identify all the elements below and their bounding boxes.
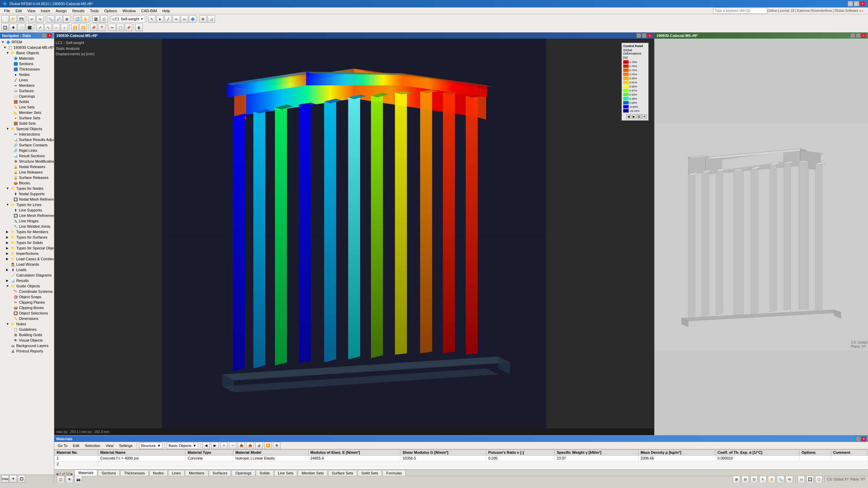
status-home-btn[interactable]: 🏠 — [57, 476, 64, 483]
go-expand[interactable]: ▼ — [6, 284, 9, 288]
nav-surface-results-adj[interactable]: 📊 Surface Results Adjustments — [1, 137, 53, 142]
color-panel-controls[interactable]: ◀ ▶ ⊞ ✕ — [623, 114, 647, 119]
status-cam-btn[interactable]: 📷 — [75, 476, 82, 483]
nav-surface-sets[interactable]: ▪ Surface Sets — [1, 115, 53, 121]
menu-tools[interactable]: Tools — [87, 8, 102, 14]
menu-assign[interactable]: Assign — [53, 8, 70, 14]
menu-cadbim[interactable]: CAD-BIM — [138, 8, 159, 14]
status-r10[interactable]: ⬡ — [815, 476, 823, 483]
menu-edit[interactable]: Edit — [13, 8, 25, 14]
rotate-button[interactable]: 🔄 — [74, 15, 81, 23]
tso-expand[interactable]: ▶ — [6, 241, 9, 244]
tab-line-sets[interactable]: Line Sets — [274, 470, 297, 476]
viewport-right-controls[interactable]: ─ □ ✕ — [850, 33, 866, 38]
tb2-btn7[interactable]: ↔ — [53, 24, 60, 31]
bp-import[interactable]: 📥 — [238, 442, 245, 449]
tb2-btn10[interactable]: 🔁 — [79, 24, 87, 31]
search-input[interactable] — [713, 8, 767, 14]
undo-button[interactable]: ↩ — [28, 15, 36, 23]
tb2-delete-button[interactable]: 🗑 — [135, 24, 143, 31]
viewport-left[interactable]: 190830-Cabezal-M5.rf6* ─ □ ✕ LC1 - Self-… — [54, 33, 654, 435]
nav-rigid-links[interactable]: 🔗 Rigid Links — [1, 148, 53, 153]
model-canvas[interactable]: CS: Global XY Plane: XY — [654, 39, 868, 435]
tl-expand[interactable]: ▼ — [6, 203, 9, 206]
minimize-button[interactable]: ─ — [848, 1, 853, 6]
viewport-left-content[interactable]: LC1 - Self-weight Static Analysis Displa… — [54, 39, 654, 428]
status-r8[interactable]: ▭ — [797, 476, 805, 483]
load-case-dropdown[interactable]: LC1 Self-weight ▼ — [111, 16, 145, 22]
tab-sections[interactable]: Sections — [98, 470, 120, 476]
menu-view[interactable]: View — [25, 8, 38, 14]
bp-nav-prev[interactable]: ◀ — [202, 442, 210, 449]
nav-members[interactable]: ═ Members — [1, 83, 53, 88]
notes-expand[interactable]: ▼ — [6, 322, 9, 326]
tb2-btn12[interactable]: 📍 — [98, 24, 105, 31]
file-expand-icon[interactable]: ▼ — [3, 46, 7, 49]
nav-data-btn[interactable]: Data — [1, 475, 9, 483]
tab-lines[interactable]: Lines — [168, 470, 184, 476]
nav-structure-mods[interactable]: ⚙ Structure Modifications — [1, 159, 53, 164]
render-button[interactable]: 🖼 — [92, 15, 100, 23]
nav-nodal-releases[interactable]: 🔓 Nodal Releases — [1, 164, 53, 169]
tsp-expand[interactable]: ▶ — [6, 246, 9, 250]
vp-left-min[interactable]: ─ — [636, 33, 641, 38]
zoom-all-button[interactable]: ⊞ — [63, 15, 71, 23]
nav-nodes[interactable]: ● Nodes — [1, 72, 53, 77]
tab-surfaces[interactable]: Surfaces — [209, 470, 231, 476]
nav-line-mesh-ref[interactable]: 🔲 Line Mesh Refinements — [1, 213, 53, 218]
tb2-btn6[interactable]: ⤡ — [44, 24, 52, 31]
ts-expand[interactable]: ▶ — [6, 236, 9, 239]
nav-blocks[interactable]: 📦 Blocks — [1, 180, 53, 186]
nav-solid-sets[interactable]: 🟫 Solid Sets — [1, 121, 53, 126]
nav-coord-sys[interactable]: 🔭 Coordinate Systems — [1, 289, 53, 294]
bp-delete-row[interactable]: ─ — [229, 442, 236, 449]
bp-dropdown1[interactable]: Structure ▼ — [139, 442, 163, 449]
tab-solids[interactable]: Solids — [256, 470, 274, 476]
nav-load-wizards[interactable]: 🧙 Load Wizards — [1, 262, 53, 267]
color-panel-next[interactable]: ▶ — [631, 114, 636, 119]
nav-object-snaps[interactable]: 🎯 Object Snaps — [1, 294, 53, 300]
nav-view-btn[interactable]: 🔲 — [18, 475, 25, 483]
results-button[interactable]: 📊 — [208, 15, 215, 23]
bp-goto[interactable]: Go To — [56, 443, 70, 448]
table-row[interactable]: 1 Concrete Isotropic | Linear Elastic 24… — [55, 455, 868, 461]
cell-mat-name[interactable] — [98, 455, 185, 461]
status-r1[interactable]: ⊞ — [733, 476, 740, 483]
vp-right-close[interactable]: ✕ — [861, 33, 866, 38]
nav-dimensions[interactable]: 📏 Dimensions — [1, 316, 53, 321]
ld-expand[interactable]: ▶ — [6, 268, 9, 271]
tmem-expand[interactable]: ▶ — [6, 230, 9, 233]
nav-minimize-btn[interactable]: ─ — [42, 33, 46, 38]
nav-line-supports[interactable]: ⬆ Line Supports — [1, 207, 53, 213]
tb2-btn2[interactable]: ✱ — [9, 24, 17, 31]
vp-left-max[interactable]: □ — [642, 33, 647, 38]
tb2-btn9[interactable]: 🔀 — [71, 24, 79, 31]
save-button[interactable]: 💾 — [18, 15, 25, 23]
bp-settings-btn[interactable]: ⚙ — [273, 442, 280, 449]
bp-filter[interactable]: 🔽 — [264, 442, 272, 449]
nav-result-sections[interactable]: 📊 Result Sections — [1, 153, 53, 159]
maximize-button[interactable]: □ — [854, 1, 859, 6]
nav-clipping-planes[interactable]: ✂ Clipping Planes — [1, 300, 53, 305]
nav-solids[interactable]: 🟫 Solids — [1, 99, 53, 104]
nav-lines[interactable]: ╱ Lines — [1, 77, 53, 83]
nav-guidelines[interactable]: 📋 Guidelines — [1, 327, 53, 332]
nav-notes[interactable]: ▼ 📁 Notes — [1, 321, 53, 327]
bp-dropdown2[interactable]: Basic Objects ▼ — [167, 442, 198, 449]
solid-button[interactable]: 🔷 — [189, 15, 196, 23]
nav-special-objects[interactable]: ▼ 📁 Special Objects — [1, 126, 53, 131]
tb2-btn1[interactable]: 🔲 — [1, 24, 9, 31]
zoom-in-button[interactable]: 🔍 — [47, 15, 54, 23]
nav-surfaces[interactable]: ▭ Surfaces — [1, 88, 53, 94]
vp-left-close[interactable]: ✕ — [647, 33, 652, 38]
nav-materials[interactable]: 🔷 Materials — [1, 56, 53, 61]
status-r6[interactable]: 🔍 — [777, 476, 784, 483]
bottom-panel-min[interactable]: ─ — [856, 436, 861, 441]
member-button[interactable]: ═ — [173, 15, 180, 23]
nav-thicknesses[interactable]: 🟦 Thicknesses — [1, 66, 53, 72]
menu-options[interactable]: Options — [101, 8, 120, 14]
color-scale-panel[interactable]: Control Panel Global Deformations [%] 0.… — [622, 43, 649, 121]
bp-selection[interactable]: Selection — [83, 443, 102, 448]
nav-results[interactable]: ▶ 📊 Results — [1, 278, 53, 283]
close-button[interactable]: ✕ — [860, 1, 865, 6]
